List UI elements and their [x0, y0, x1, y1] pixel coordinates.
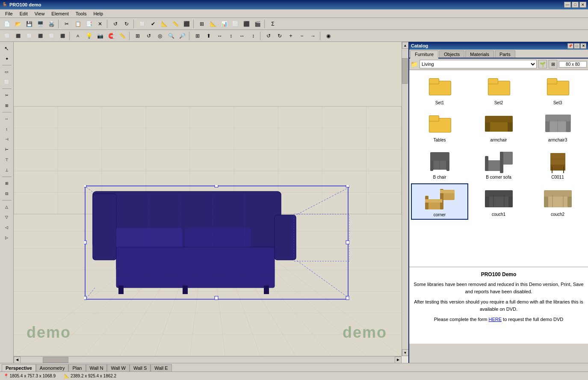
tab-materials[interactable]: Materials	[465, 50, 494, 58]
open-button[interactable]: 📂	[13, 19, 23, 29]
select-tool[interactable]: ↖	[2, 44, 12, 53]
tab-parts[interactable]: Parts	[495, 50, 515, 58]
dimensions-button[interactable]: 📏	[170, 19, 180, 29]
view-left[interactable]: ⬜	[46, 31, 56, 41]
view-front[interactable]: ⬛	[35, 31, 45, 41]
print-preview-button[interactable]: 🖥️	[35, 19, 45, 29]
measure-button[interactable]: 📐	[208, 19, 218, 29]
text-button[interactable]: A	[73, 31, 83, 41]
view-top[interactable]: ⬜	[24, 31, 34, 41]
menu-file[interactable]: File	[2, 10, 16, 17]
align-r[interactable]: ⊢	[2, 145, 12, 154]
tab-furniture[interactable]: Furniture	[410, 50, 438, 59]
snap-button[interactable]: 🧲	[106, 31, 116, 41]
scroll-left[interactable]: ◀	[14, 356, 21, 363]
cut-tool[interactable]: ✂	[2, 91, 12, 100]
catalog-item-couch2[interactable]: couch2	[529, 183, 586, 220]
catalog-item-tables[interactable]: Tables	[411, 109, 468, 144]
edit-tool[interactable]: ✦	[2, 54, 12, 63]
redo-button[interactable]: ↻	[121, 19, 132, 29]
catalog-pin[interactable]: 📌	[567, 43, 573, 49]
catalog-item-set3[interactable]: Set3	[529, 72, 586, 107]
scroll-thumb-v[interactable]	[402, 58, 408, 84]
zoom-in[interactable]: 🔍	[166, 31, 176, 41]
view-options-button[interactable]: ⊞	[549, 60, 557, 68]
cut-button[interactable]: ✂	[62, 19, 72, 29]
here-link[interactable]: HERE	[488, 317, 502, 322]
menu-help[interactable]: Help	[90, 10, 106, 17]
lower-button[interactable]: ▽	[2, 212, 12, 222]
sofa-object[interactable]	[84, 185, 349, 300]
lamp-button[interactable]: 💡	[84, 31, 94, 41]
move-all[interactable]: ⊞	[192, 31, 203, 41]
tab-wall-w[interactable]: Wall W	[107, 364, 129, 371]
rotate-x[interactable]: ↺	[263, 31, 274, 41]
catalog-item-armchair3[interactable]: armchair3	[529, 109, 586, 144]
minimize-button[interactable]: —	[564, 2, 571, 8]
zoom-out[interactable]: 🔎	[177, 31, 187, 41]
align-b[interactable]: ⊥	[2, 165, 12, 175]
category-dropdown[interactable]: Living Bedroom Kitchen Office	[420, 60, 537, 68]
check-button[interactable]: ✔	[148, 19, 158, 29]
grid-button[interactable]: ⊞	[197, 19, 207, 29]
copy-button[interactable]: 📋	[73, 19, 83, 29]
undo-button[interactable]: ↺	[110, 19, 121, 29]
stretch-v[interactable]: ↕	[2, 124, 12, 134]
catalog-item-couch1[interactable]: couch1	[470, 183, 527, 220]
arrow-button[interactable]: →	[308, 31, 318, 41]
catalog-item-set2[interactable]: Set2	[470, 72, 527, 107]
menu-edit[interactable]: Edit	[16, 10, 31, 17]
mirror-h[interactable]: ↔	[237, 31, 247, 41]
catalog-item-armchair[interactable]: armchair	[470, 109, 527, 144]
cam-button[interactable]: 🎬	[252, 19, 263, 29]
new-button[interactable]: 📄	[2, 19, 12, 29]
v-scrollbar[interactable]: ▲ ▼	[402, 42, 408, 356]
square-button[interactable]: ⬛	[181, 19, 192, 29]
mirror-v[interactable]: ↕	[248, 31, 258, 41]
add-category-button[interactable]: 🌱	[538, 60, 547, 68]
save-button[interactable]: 💾	[24, 19, 34, 29]
delete-button[interactable]: ✕	[95, 19, 105, 29]
close-button[interactable]: ✕	[579, 2, 586, 8]
view-right[interactable]: ⬛	[57, 31, 68, 41]
properties-button[interactable]: 📐	[159, 19, 169, 29]
raise-button[interactable]: △	[2, 202, 12, 212]
tab-wall-e[interactable]: Wall E	[151, 364, 171, 371]
report-button[interactable]: 📊	[219, 19, 229, 29]
sigma-button[interactable]: Σ	[268, 19, 278, 29]
catalog-restore[interactable]: □	[574, 43, 580, 49]
stamp-button[interactable]: ◉	[323, 31, 334, 41]
tab-wall-s[interactable]: Wall S	[130, 364, 151, 371]
h-scrollbar[interactable]: ◀ ▶	[14, 356, 402, 363]
stretch-h[interactable]: ↔	[2, 114, 12, 124]
tab-objects[interactable]: Objects	[439, 50, 464, 58]
tab-plan[interactable]: Plan	[68, 364, 86, 371]
rotate-y[interactable]: ↻	[275, 31, 285, 41]
catalog-controls[interactable]: 📌 □ ✕	[567, 43, 586, 49]
view-persp[interactable]: ⬜	[2, 31, 12, 41]
menu-view[interactable]: View	[31, 10, 48, 17]
paste-button[interactable]: 📑	[84, 19, 94, 29]
catalog-grid[interactable]: Set1 Set2 Set3 Tables	[409, 70, 588, 267]
tab-perspective[interactable]: Perspective	[2, 364, 36, 371]
view2d-button[interactable]: ⬜	[137, 19, 147, 29]
wall-tool[interactable]: ▭	[2, 67, 12, 77]
window-controls[interactable]: — □ ✕	[564, 2, 586, 8]
rot-right[interactable]: ◎	[155, 31, 165, 41]
move-up[interactable]: ⬆	[204, 31, 214, 41]
maximize-button[interactable]: □	[572, 2, 579, 8]
back-button[interactable]: ▷	[2, 233, 12, 242]
scroll-thumb-h[interactable]	[43, 357, 68, 363]
scroll-down[interactable]: ▼	[402, 349, 409, 356]
scroll-right[interactable]: ▶	[395, 356, 402, 363]
camera-button[interactable]: 📷	[95, 31, 105, 41]
plus-button[interactable]: +	[286, 31, 296, 41]
align-t[interactable]: ⊤	[2, 155, 12, 165]
catalog-item-c0011[interactable]: C0011	[529, 146, 586, 182]
rot-left[interactable]: ↺	[144, 31, 154, 41]
tab-wall-n[interactable]: Wall N	[86, 364, 107, 371]
menu-element[interactable]: Element	[48, 10, 72, 17]
scroll-up[interactable]: ▲	[402, 42, 409, 49]
grid-tool[interactable]: ⊞	[2, 101, 12, 110]
move-lr[interactable]: ↔	[215, 31, 225, 41]
